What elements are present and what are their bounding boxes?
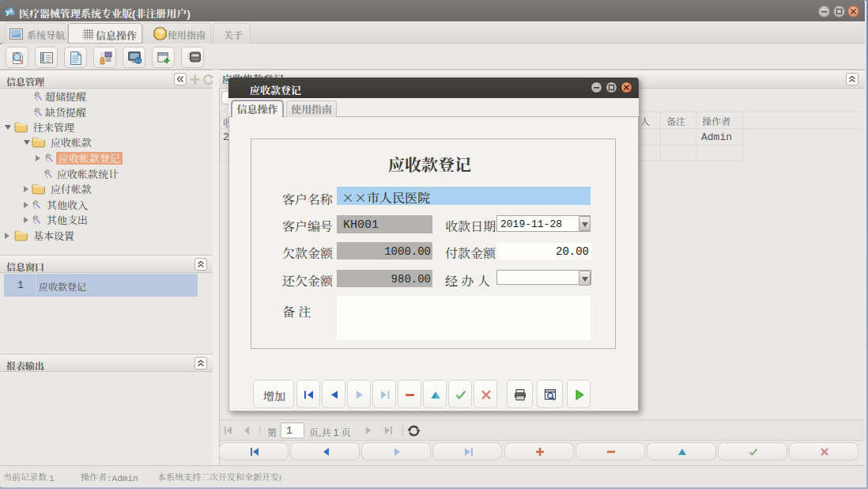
svg-text:F: F (9, 9, 13, 14)
svg-text:?: ? (158, 30, 163, 39)
